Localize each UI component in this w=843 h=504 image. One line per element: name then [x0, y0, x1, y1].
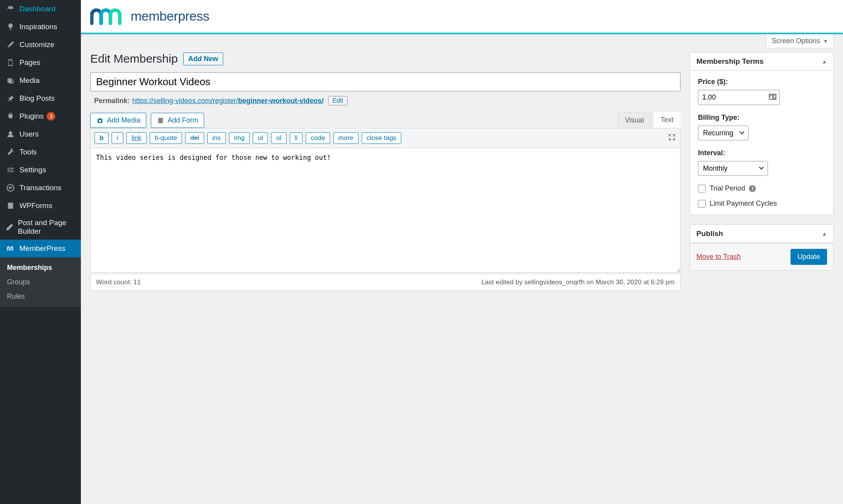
qt-italic[interactable]: i: [112, 132, 123, 144]
sidebar-label: Users: [19, 130, 39, 138]
sidebar-label: MemberPress: [19, 244, 65, 253]
sidebar-label: Media: [19, 76, 40, 85]
collapse-toggle-icon[interactable]: ▲: [822, 231, 827, 237]
lightbulb-icon: [5, 22, 16, 32]
sidebar-label: WPForms: [19, 201, 52, 210]
dashboard-icon: [5, 4, 16, 14]
memberpress-logo-mark: [90, 6, 124, 26]
plug-icon: [5, 111, 16, 121]
collapse-toggle-icon[interactable]: ▲: [822, 58, 827, 65]
media-icon: [5, 75, 16, 86]
trial-period-checkbox[interactable]: [698, 185, 706, 192]
qt-bold[interactable]: b: [94, 132, 108, 144]
sidebar-item-pages[interactable]: Pages: [0, 54, 81, 72]
memberpress-icon: [5, 243, 16, 254]
quicktags-toolbar: b i link b-quote del ins img ul ol li co…: [90, 128, 680, 148]
info-icon[interactable]: i: [749, 185, 756, 192]
sidebar-item-users[interactable]: Users: [0, 125, 81, 143]
sidebar-item-memberpress[interactable]: MemberPress: [0, 240, 81, 257]
svg-rect-3: [773, 96, 776, 96]
camera-icon: [96, 117, 104, 124]
permalink-link[interactable]: https://selling-videos.com/register/begi…: [132, 97, 324, 105]
submenu-groups[interactable]: Groups: [0, 275, 81, 289]
sidebar-item-settings[interactable]: Settings: [0, 161, 81, 179]
sidebar-label: Inspirations: [19, 23, 57, 31]
admin-sidebar: Dashboard Inspirations Customize Pages M…: [0, 0, 81, 504]
edit-permalink-button[interactable]: Edit: [328, 96, 348, 105]
move-to-trash-link[interactable]: Move to Trash: [696, 253, 741, 261]
sidebar-item-plugins[interactable]: Plugins3: [0, 107, 81, 125]
fullscreen-icon[interactable]: [668, 133, 676, 144]
add-form-button[interactable]: Add Form: [151, 113, 204, 128]
screen-options-toggle[interactable]: Screen Options▼: [766, 34, 834, 48]
sidebar-submenu: Memberships Groups Rules: [0, 257, 81, 307]
page-heading: Edit Membership: [90, 52, 178, 65]
brush-icon: [5, 40, 16, 50]
triangle-down-icon: ▼: [823, 38, 828, 44]
sidebar-item-inspirations[interactable]: Inspirations: [0, 18, 81, 36]
add-new-button[interactable]: Add New: [183, 52, 223, 65]
sidebar-label: Settings: [19, 166, 46, 174]
pencil-icon: [5, 222, 14, 232]
qt-link[interactable]: link: [126, 132, 147, 144]
qt-close-tags[interactable]: close tags: [362, 132, 402, 144]
price-input[interactable]: [698, 90, 780, 105]
permalink-row: Permalink: https://selling-videos.com/re…: [90, 91, 680, 112]
submenu-memberships[interactable]: Memberships: [0, 261, 81, 275]
sidebar-label: Blog Posts: [19, 94, 55, 103]
qt-blockquote[interactable]: b-quote: [150, 132, 182, 144]
billing-type-label: Billing Type:: [698, 114, 826, 122]
membership-title-input[interactable]: [90, 72, 680, 91]
interval-select[interactable]: Monthly: [698, 161, 768, 176]
editor-tabs: Visual Text: [617, 112, 680, 128]
pages-icon: [5, 58, 16, 68]
plugin-update-badge: 3: [47, 112, 55, 121]
sidebar-item-blog-posts[interactable]: Blog Posts: [0, 89, 81, 107]
membership-terms-box: Membership Terms ▲ Price ($): Billi: [690, 52, 834, 215]
plugin-banner: memberpress: [81, 0, 843, 34]
qt-ol[interactable]: ol: [271, 132, 286, 144]
submenu-rules[interactable]: Rules: [0, 289, 81, 304]
add-media-button[interactable]: Add Media: [90, 113, 146, 128]
content-editor[interactable]: This video series is designed for those …: [90, 148, 680, 273]
word-count: Word count: 11: [96, 278, 141, 286]
qt-del[interactable]: del: [185, 132, 204, 144]
sidebar-item-page-builder[interactable]: Post and Page Builder: [0, 215, 81, 240]
form-icon: [5, 201, 16, 211]
pin-icon: [5, 93, 16, 103]
memberpress-logo-text: memberpress: [131, 9, 209, 24]
sidebar-label: Dashboard: [19, 5, 56, 13]
address-card-icon: [769, 93, 777, 102]
form-icon: [157, 117, 164, 124]
sidebar-item-dashboard[interactable]: Dashboard: [0, 0, 81, 18]
update-button[interactable]: Update: [791, 249, 827, 265]
price-label: Price ($):: [698, 78, 826, 86]
svg-point-2: [770, 95, 772, 97]
sidebar-item-media[interactable]: Media: [0, 72, 81, 89]
svg-rect-4: [773, 97, 776, 98]
limit-cycles-checkbox[interactable]: [698, 200, 706, 208]
qt-code[interactable]: code: [306, 132, 330, 144]
wrench-icon: [5, 147, 16, 157]
user-icon: [5, 129, 16, 139]
visual-tab[interactable]: Visual: [617, 112, 651, 128]
publish-heading: Publish: [696, 229, 723, 238]
sidebar-item-transactions[interactable]: Transactions: [0, 179, 81, 197]
qt-img[interactable]: img: [229, 132, 250, 144]
qt-ul[interactable]: ul: [253, 132, 268, 144]
text-tab[interactable]: Text: [654, 112, 680, 128]
billing-type-select[interactable]: Recurring: [698, 126, 749, 140]
qt-ins[interactable]: ins: [207, 132, 226, 144]
sidebar-label: Post and Page Builder: [18, 219, 75, 236]
sidebar-item-wpforms[interactable]: WPForms: [0, 197, 81, 215]
sidebar-label: Customize: [19, 40, 54, 49]
transactions-icon: [5, 183, 16, 193]
publish-box: Publish ▲ Move to Trash Update: [690, 224, 834, 271]
interval-label: Interval:: [698, 149, 826, 157]
sidebar-label: Tools: [19, 148, 37, 156]
sidebar-item-tools[interactable]: Tools: [0, 143, 81, 161]
qt-li[interactable]: li: [290, 132, 303, 144]
sliders-icon: [5, 165, 16, 175]
sidebar-item-customize[interactable]: Customize: [0, 36, 81, 54]
qt-more[interactable]: more: [333, 132, 359, 144]
